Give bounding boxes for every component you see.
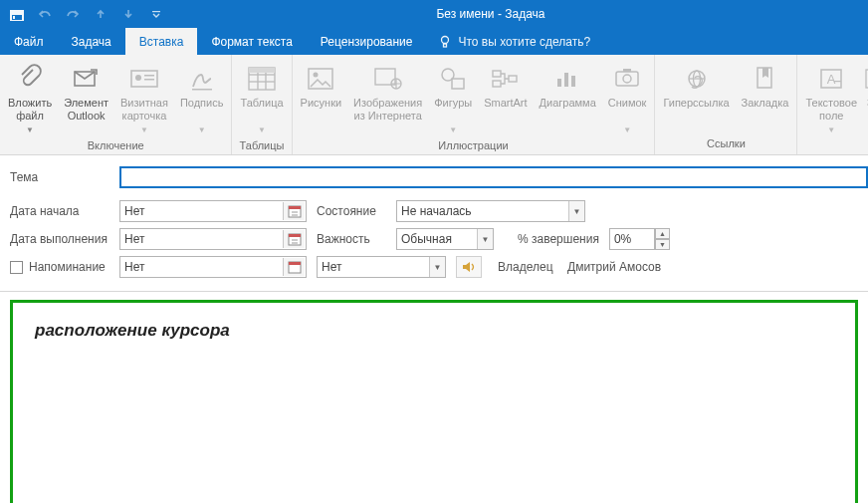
reminder-date-input[interactable]: Нет (119, 256, 307, 278)
chevron-down-icon: ▼ (568, 201, 584, 221)
tab-task[interactable]: Задача (58, 28, 125, 55)
group-label-links: Ссылки (655, 136, 796, 154)
screenshot-button[interactable]: Снимок ▼ (602, 59, 653, 138)
ribbon-group-tables: Таблица ▼ Таблицы (232, 55, 292, 154)
reminder-checkbox[interactable] (10, 261, 23, 274)
ribbon: Вложитьфайл▼ ЭлементOutlook Визитнаякарт… (0, 55, 868, 155)
dropcap-icon (864, 63, 868, 95)
attach-file-button[interactable]: Вложитьфайл▼ (2, 59, 58, 138)
text-box-button[interactable]: A Текстовоеполе▼ (799, 59, 863, 138)
chart-button[interactable]: Диаграмма (534, 59, 602, 125)
svg-rect-6 (444, 44, 447, 47)
outlook-item-button[interactable]: ЭлементOutlook (58, 59, 114, 125)
bookmark-button[interactable]: Закладка (736, 59, 795, 125)
priority-combo[interactable]: Обычная ▼ (396, 228, 494, 250)
svg-rect-29 (564, 73, 568, 87)
business-card-icon (128, 63, 160, 95)
svg-rect-1 (10, 7, 24, 10)
percent-complete-input[interactable]: 0% (609, 228, 655, 250)
status-combo[interactable]: Не началась ▼ (396, 200, 585, 222)
owner-label: Владелец (498, 260, 557, 274)
bookmark-icon (750, 63, 781, 95)
svg-rect-33 (623, 69, 631, 72)
start-date-input[interactable]: Нет (119, 200, 307, 222)
subject-label: Тема (10, 170, 109, 184)
cursor-location-text: расположение курсора (35, 321, 833, 341)
ribbon-group-illustrations: Рисунки Изображенияиз Интернета Фигуры ▼ (293, 55, 656, 154)
svg-rect-51 (289, 262, 301, 265)
lightbulb-icon (438, 35, 452, 49)
svg-rect-24 (452, 79, 464, 89)
signature-icon (186, 63, 218, 95)
reminder-time-combo[interactable]: Нет ▼ (317, 256, 446, 278)
percent-complete-label: % завершения (518, 232, 599, 246)
shapes-button[interactable]: Фигуры ▼ (428, 59, 478, 138)
svg-rect-31 (616, 72, 638, 86)
dropcap-button[interactable]: Экб (863, 59, 868, 125)
online-picture-icon (372, 63, 404, 95)
reminder-label: Напоминание (10, 260, 109, 274)
pictures-button[interactable]: Рисунки (295, 59, 348, 125)
svg-rect-28 (557, 79, 561, 87)
speaker-icon (461, 260, 477, 274)
shapes-icon (437, 63, 469, 95)
spin-up-button[interactable]: ▲ (655, 228, 670, 239)
redo-button[interactable] (60, 2, 86, 26)
due-date-input[interactable]: Нет (119, 228, 307, 250)
signature-button[interactable]: Подпись ▼ (174, 59, 230, 138)
status-label: Состояние (317, 204, 386, 218)
tab-format[interactable]: Формат текста (197, 28, 306, 55)
group-label-include: Включение (0, 138, 231, 156)
tell-me-label: Что вы хотите сделать? (458, 35, 590, 49)
chart-icon (551, 63, 583, 95)
tell-me-search[interactable]: Что вы хотите сделать? (426, 28, 602, 55)
svg-rect-12 (192, 89, 212, 91)
svg-rect-30 (571, 76, 575, 87)
svg-rect-4 (152, 11, 160, 12)
calendar-icon[interactable] (283, 258, 305, 276)
calendar-icon[interactable] (283, 202, 305, 220)
svg-rect-43 (289, 206, 301, 209)
table-button[interactable]: Таблица ▼ (234, 59, 289, 138)
priority-label: Важность (317, 232, 386, 246)
chevron-down-icon: ▼ (429, 257, 445, 277)
smartart-button[interactable]: SmartArt (478, 59, 533, 125)
tab-review[interactable]: Рецензирование (307, 28, 427, 55)
smartart-icon (490, 63, 522, 95)
svg-rect-25 (493, 71, 501, 77)
divider (0, 291, 868, 292)
svg-point-5 (442, 36, 449, 43)
ribbon-group-include: Вложитьфайл▼ ЭлементOutlook Визитнаякарт… (0, 55, 232, 154)
svg-rect-3 (13, 16, 15, 19)
svg-rect-40 (834, 81, 841, 82)
online-pictures-button[interactable]: Изображенияиз Интернета (347, 59, 428, 125)
task-body-area[interactable]: расположение курсора (10, 300, 858, 503)
undo-button[interactable] (32, 2, 58, 26)
text-box-icon: A (815, 63, 847, 95)
svg-rect-21 (375, 69, 395, 85)
group-label-tables: Таблицы (232, 138, 291, 156)
save-button[interactable] (4, 2, 30, 26)
quick-access-toolbar (0, 2, 173, 26)
qat-customize-button[interactable] (143, 2, 169, 26)
reminder-sound-button[interactable] (456, 256, 482, 278)
svg-text:A: A (827, 72, 836, 87)
prev-item-button[interactable] (88, 2, 113, 26)
subject-input[interactable] (119, 166, 868, 188)
svg-rect-27 (509, 76, 517, 82)
owner-value: Дмитрий Амосов (567, 260, 661, 274)
paperclip-icon (14, 63, 46, 95)
business-card-button[interactable]: Визитнаякарточка▼ (114, 59, 174, 138)
window-title: Без имени - Задача (173, 7, 868, 21)
ribbon-tabs: Файл Задача Вставка Формат текста Реценз… (0, 28, 868, 55)
tab-insert[interactable]: Вставка (125, 28, 198, 55)
next-item-button[interactable] (115, 2, 141, 26)
group-label-illustrations: Иллюстрации (293, 138, 655, 156)
tab-file[interactable]: Файл (0, 28, 58, 55)
screenshot-icon (611, 63, 643, 95)
svg-point-9 (135, 75, 141, 81)
table-icon (246, 63, 278, 95)
spin-down-button[interactable]: ▼ (655, 239, 670, 250)
hyperlink-button[interactable]: Гиперссылка (657, 59, 735, 125)
calendar-icon[interactable] (283, 230, 305, 248)
